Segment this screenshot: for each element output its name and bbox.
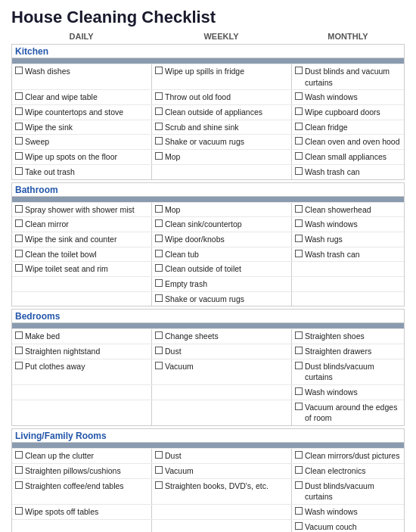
daily-cell [12, 292, 152, 306]
checkbox[interactable] [295, 152, 303, 160]
checkbox[interactable] [155, 362, 163, 369]
checkbox[interactable] [15, 92, 23, 100]
checkbox[interactable] [295, 387, 303, 395]
table-row: Clean mirrorClean sink/countertopWash wi… [12, 216, 404, 232]
monthly-cell: Wash trash can [292, 247, 404, 262]
daily-cell: Sweep [12, 135, 152, 149]
checkbox[interactable] [155, 250, 163, 257]
monthly-cell: Straighten shoes [292, 329, 404, 344]
check-item: Wash trash can [295, 166, 401, 179]
checkbox[interactable] [15, 152, 23, 160]
check-item: Dust blinds/vacuum curtains [295, 480, 401, 503]
checkbox[interactable] [155, 92, 163, 100]
check-item: Wash windows [295, 386, 401, 399]
check-item: Straighten pillows/cushions [15, 465, 148, 478]
check-item: Straighten nightstand [15, 345, 148, 358]
checkbox[interactable] [295, 362, 303, 369]
checkbox[interactable] [155, 205, 163, 213]
checkbox[interactable] [15, 219, 23, 227]
checkbox[interactable] [295, 403, 303, 410]
checkbox[interactable] [295, 92, 303, 100]
section-divider [12, 443, 404, 448]
column-headers: DAILY WEEKLY MONTHLY [11, 32, 405, 42]
checkbox[interactable] [295, 522, 303, 530]
daily-cell: Clean up the clutter [12, 449, 152, 463]
check-item: Scrub and shine sink [155, 121, 288, 134]
table-row: Wipe the sink and counterWipe door/knobs… [12, 232, 404, 247]
checkbox[interactable] [155, 466, 163, 474]
page-title: House Cleaning Checklist [11, 8, 405, 27]
checkbox[interactable] [295, 451, 303, 459]
monthly-cell [292, 292, 404, 306]
checkbox[interactable] [15, 362, 23, 369]
check-item: Vacuum [155, 465, 288, 478]
checkbox[interactable] [295, 219, 303, 227]
checkbox[interactable] [155, 279, 163, 287]
checkbox[interactable] [155, 264, 163, 272]
checkbox[interactable] [155, 137, 163, 145]
monthly-cell: Wash windows [292, 217, 404, 232]
check-item: Sweep [15, 135, 148, 148]
check-item: Dust [155, 450, 288, 462]
checkbox[interactable] [295, 347, 303, 354]
checkbox[interactable] [155, 331, 163, 339]
checkbox[interactable] [295, 331, 303, 339]
checkbox[interactable] [15, 123, 23, 130]
monthly-cell: Wipe cupboard doors [292, 105, 404, 120]
checkbox[interactable] [295, 205, 303, 213]
checkbox[interactable] [15, 167, 23, 175]
check-item: Wipe toilet seat and rim [15, 263, 148, 275]
checkbox[interactable] [295, 137, 303, 145]
check-item: Wash windows [295, 91, 401, 104]
checkbox[interactable] [295, 235, 303, 242]
checkbox[interactable] [15, 466, 23, 474]
checkbox[interactable] [15, 481, 23, 489]
checkbox[interactable] [155, 123, 163, 130]
checkbox[interactable] [155, 67, 163, 74]
checkbox[interactable] [15, 331, 23, 339]
checkbox[interactable] [155, 219, 163, 227]
checkbox[interactable] [295, 250, 303, 257]
checkbox[interactable] [15, 264, 23, 272]
daily-cell [12, 400, 152, 425]
checkbox[interactable] [295, 107, 303, 115]
checkbox[interactable] [295, 123, 303, 130]
check-item: Empty trash [155, 278, 288, 291]
check-item: Clean electronics [295, 465, 401, 478]
check-item: Clean small appliances [295, 151, 401, 163]
checkbox[interactable] [155, 347, 163, 354]
check-item: Clean outside of appliances [155, 106, 288, 119]
table-row: Wipe up spots on the floorMopClean small… [12, 149, 404, 164]
checkbox[interactable] [155, 152, 163, 160]
checkbox[interactable] [295, 167, 303, 175]
check-item: Make bed [15, 330, 148, 343]
checkbox[interactable] [15, 137, 23, 145]
checkbox[interactable] [15, 205, 23, 213]
check-item: Vacuum around the edges of room [295, 401, 401, 425]
checkbox[interactable] [295, 507, 303, 515]
check-item: Straighten coffee/end tables [15, 480, 148, 493]
checkbox[interactable] [15, 507, 23, 515]
weekly-cell: Vacuum [152, 464, 292, 478]
daily-cell: Wash dishes [12, 64, 152, 89]
checkbox[interactable] [15, 250, 23, 257]
monthly-cell: Wash windows [292, 505, 404, 519]
section-divider [12, 58, 404, 64]
checkbox[interactable] [15, 235, 23, 242]
checkbox[interactable] [15, 451, 23, 459]
checkbox[interactable] [295, 466, 303, 474]
checkbox[interactable] [155, 107, 163, 115]
weekly-cell [152, 505, 292, 519]
checkbox[interactable] [155, 294, 163, 302]
checkbox[interactable] [155, 451, 163, 459]
checkbox[interactable] [15, 347, 23, 354]
checkbox[interactable] [155, 481, 163, 489]
checkbox[interactable] [15, 107, 23, 115]
checkbox[interactable] [295, 481, 303, 489]
section-living-family-rooms: Living/Family RoomsClean up the clutterD… [11, 428, 405, 532]
monthly-cell: Wash rugs [292, 232, 404, 247]
checkbox[interactable] [15, 67, 23, 74]
checkbox[interactable] [295, 67, 303, 74]
check-item: Clear and wipe table [15, 91, 148, 104]
checkbox[interactable] [155, 235, 163, 242]
